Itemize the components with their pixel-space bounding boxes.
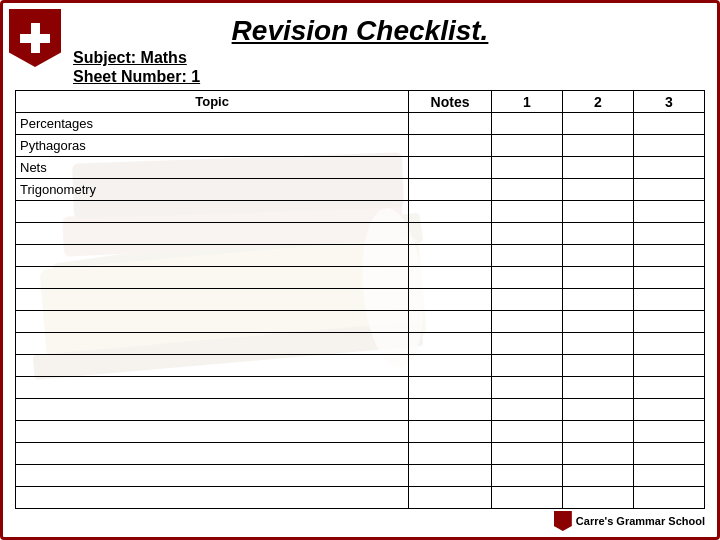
cell-0-c1 xyxy=(491,113,562,135)
cell-0-topic: Percentages xyxy=(16,113,409,135)
cell-11-c1 xyxy=(491,355,562,377)
page-title: Revision Checklist. xyxy=(15,15,705,47)
cell-13-notes xyxy=(409,399,492,421)
cell-1-c3 xyxy=(633,135,704,157)
cell-9-topic xyxy=(16,311,409,333)
cell-2-c2 xyxy=(562,157,633,179)
cell-12-topic xyxy=(16,377,409,399)
cell-1-c2 xyxy=(562,135,633,157)
cell-9-c1 xyxy=(491,311,562,333)
cell-7-topic xyxy=(16,267,409,289)
cell-13-topic xyxy=(16,399,409,421)
cell-11-c2 xyxy=(562,355,633,377)
cell-14-c1 xyxy=(491,421,562,443)
cell-7-c3 xyxy=(633,267,704,289)
cell-6-c2 xyxy=(562,245,633,267)
cell-6-notes xyxy=(409,245,492,267)
cell-17-c2 xyxy=(562,487,633,509)
table-row: Pythagoras xyxy=(16,135,705,157)
table-row xyxy=(16,289,705,311)
cell-4-topic xyxy=(16,201,409,223)
cell-16-notes xyxy=(409,465,492,487)
header-col1: 1 xyxy=(491,91,562,113)
table-row xyxy=(16,333,705,355)
table-row xyxy=(16,377,705,399)
cell-6-c3 xyxy=(633,245,704,267)
cell-14-c2 xyxy=(562,421,633,443)
cell-10-topic xyxy=(16,333,409,355)
header-col2: 2 xyxy=(562,91,633,113)
checklist-table: Topic Notes 1 2 3 PercentagesPythagorasN… xyxy=(15,90,705,509)
cell-3-c3 xyxy=(633,179,704,201)
header-notes: Notes xyxy=(409,91,492,113)
cell-9-c3 xyxy=(633,311,704,333)
cell-4-c1 xyxy=(491,201,562,223)
cell-10-c1 xyxy=(491,333,562,355)
cell-3-notes xyxy=(409,179,492,201)
cell-3-c2 xyxy=(562,179,633,201)
cell-14-notes xyxy=(409,421,492,443)
cell-15-c1 xyxy=(491,443,562,465)
cell-7-c1 xyxy=(491,267,562,289)
cell-16-c2 xyxy=(562,465,633,487)
footer-crest-icon xyxy=(554,511,572,531)
cell-12-c3 xyxy=(633,377,704,399)
cell-10-notes xyxy=(409,333,492,355)
cell-15-c3 xyxy=(633,443,704,465)
table-row xyxy=(16,201,705,223)
cell-8-c3 xyxy=(633,289,704,311)
cell-3-c1 xyxy=(491,179,562,201)
cell-16-c1 xyxy=(491,465,562,487)
sheet-number-label: Sheet Number: 1 xyxy=(73,68,705,86)
table-row xyxy=(16,487,705,509)
cell-5-c3 xyxy=(633,223,704,245)
cell-5-topic xyxy=(16,223,409,245)
cell-2-c1 xyxy=(491,157,562,179)
cell-10-c3 xyxy=(633,333,704,355)
cell-4-notes xyxy=(409,201,492,223)
cell-3-topic: Trigonometry xyxy=(16,179,409,201)
table-row: Trigonometry xyxy=(16,179,705,201)
cell-8-topic xyxy=(16,289,409,311)
cell-14-c3 xyxy=(633,421,704,443)
cell-8-c1 xyxy=(491,289,562,311)
cell-0-notes xyxy=(409,113,492,135)
cell-17-c1 xyxy=(491,487,562,509)
cell-15-c2 xyxy=(562,443,633,465)
table-row xyxy=(16,421,705,443)
cell-4-c3 xyxy=(633,201,704,223)
header-col3: 3 xyxy=(633,91,704,113)
cell-8-c2 xyxy=(562,289,633,311)
cell-11-c3 xyxy=(633,355,704,377)
cell-4-c2 xyxy=(562,201,633,223)
cell-11-notes xyxy=(409,355,492,377)
footer: Carre's Grammar School xyxy=(554,511,705,531)
page-container: Revision Checklist. Subject: Maths Sheet… xyxy=(0,0,720,540)
cell-1-c1 xyxy=(491,135,562,157)
cell-5-notes xyxy=(409,223,492,245)
table-row xyxy=(16,355,705,377)
table-row: Nets xyxy=(16,157,705,179)
table-row xyxy=(16,267,705,289)
cell-2-topic: Nets xyxy=(16,157,409,179)
cell-10-c2 xyxy=(562,333,633,355)
cell-13-c1 xyxy=(491,399,562,421)
school-name: Carre's Grammar School xyxy=(576,515,705,527)
cell-12-c2 xyxy=(562,377,633,399)
cell-17-c3 xyxy=(633,487,704,509)
cell-5-c2 xyxy=(562,223,633,245)
header-topic: Topic xyxy=(16,91,409,113)
table-row xyxy=(16,465,705,487)
cell-15-notes xyxy=(409,443,492,465)
table-header-row: Topic Notes 1 2 3 xyxy=(16,91,705,113)
cell-0-c3 xyxy=(633,113,704,135)
cell-15-topic xyxy=(16,443,409,465)
cell-11-topic xyxy=(16,355,409,377)
table-row: Percentages xyxy=(16,113,705,135)
cell-0-c2 xyxy=(562,113,633,135)
cell-16-c3 xyxy=(633,465,704,487)
cell-12-c1 xyxy=(491,377,562,399)
cell-6-c1 xyxy=(491,245,562,267)
cell-16-topic xyxy=(16,465,409,487)
cell-1-notes xyxy=(409,135,492,157)
